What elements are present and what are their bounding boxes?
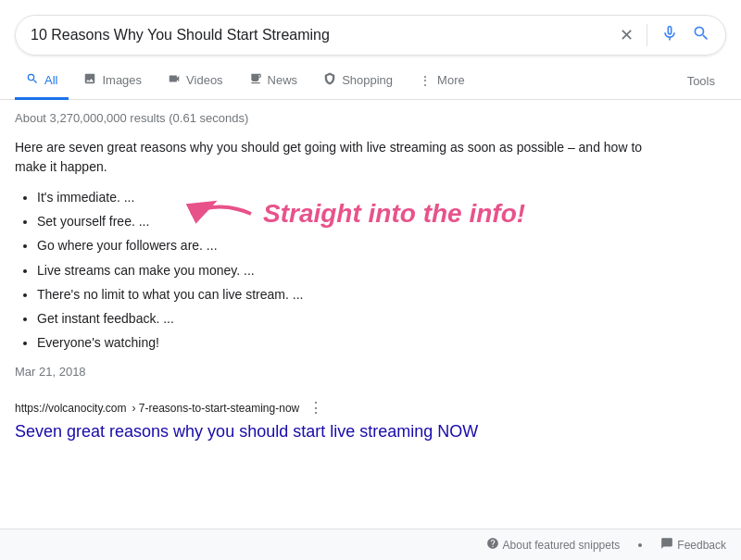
list-item: There's no limit to what you can live st… bbox=[37, 283, 303, 306]
annotation-text: Straight into the info! bbox=[263, 199, 525, 229]
arrow-icon bbox=[182, 195, 256, 232]
tools-label: Tools bbox=[687, 74, 715, 88]
nav-tabs: All Images Videos News Shopping ⋮ More T… bbox=[0, 56, 741, 100]
more-dots-icon: ⋮ bbox=[419, 73, 432, 88]
list-item: Go where your followers are. ... bbox=[37, 234, 303, 257]
tab-images-label: Images bbox=[102, 73, 142, 87]
search-icon bbox=[692, 26, 710, 46]
results-count: About 3,270,000,000 results (0.61 second… bbox=[0, 100, 741, 131]
tab-news[interactable]: News bbox=[238, 63, 309, 100]
clear-icon[interactable]: ✕ bbox=[620, 25, 634, 45]
tab-news-label: News bbox=[268, 73, 298, 87]
result-title[interactable]: Seven great reasons why you should start… bbox=[15, 422, 478, 441]
bottom-bar: About featured snippets Feedback bbox=[0, 529, 741, 560]
result-menu-icon[interactable]: ⋮ bbox=[308, 399, 323, 417]
feedback-icon bbox=[660, 537, 673, 553]
tab-shopping[interactable]: Shopping bbox=[312, 63, 404, 100]
tab-all-label: All bbox=[44, 73, 57, 87]
result-url-row: https://volcanocity.com › 7-reasons-to-s… bbox=[15, 399, 726, 417]
annotation-container: Straight into the info! bbox=[182, 195, 525, 232]
list-item: Live streams can make you money. ... bbox=[37, 259, 303, 282]
featured-snippets-label: About featured snippets bbox=[503, 539, 621, 552]
search-query: 10 Reasons Why You Should Start Streamin… bbox=[31, 27, 620, 44]
separator-dot bbox=[638, 543, 642, 547]
feedback-button[interactable]: Feedback bbox=[660, 537, 726, 553]
tab-more-label: More bbox=[437, 73, 465, 87]
tab-videos-label: Videos bbox=[186, 73, 223, 87]
tab-shopping-label: Shopping bbox=[342, 73, 393, 87]
feedback-label: Feedback bbox=[677, 539, 726, 552]
snippet-date: Mar 21, 2018 bbox=[15, 365, 671, 379]
all-icon bbox=[26, 72, 39, 88]
videos-icon bbox=[168, 72, 181, 88]
list-item: Get instant feedback. ... bbox=[37, 307, 303, 330]
tab-images[interactable]: Images bbox=[72, 63, 153, 100]
featured-snippet: Here are seven great reasons why you sho… bbox=[0, 131, 685, 390]
result-url: https://volcanocity.com bbox=[15, 402, 127, 415]
mic-icon[interactable] bbox=[660, 24, 679, 47]
tab-more[interactable]: ⋮ More bbox=[408, 64, 476, 100]
tools-button[interactable]: Tools bbox=[676, 65, 726, 97]
images-icon bbox=[83, 72, 96, 88]
search-button[interactable] bbox=[692, 24, 710, 47]
snippet-list-container: It's immediate. ... Set yourself free. .… bbox=[15, 186, 671, 355]
news-icon bbox=[249, 72, 262, 88]
search-bar-container: 10 Reasons Why You Should Start Streamin… bbox=[0, 0, 741, 56]
tab-all[interactable]: All bbox=[15, 63, 69, 100]
result-item: https://volcanocity.com › 7-reasons-to-s… bbox=[0, 390, 741, 451]
snippet-intro: Here are seven great reasons why you sho… bbox=[15, 138, 671, 177]
search-bar[interactable]: 10 Reasons Why You Should Start Streamin… bbox=[15, 15, 726, 56]
shopping-icon bbox=[323, 72, 336, 88]
list-item: Everyone's watching! bbox=[37, 331, 303, 355]
divider bbox=[647, 24, 647, 46]
result-breadcrumb: › 7-reasons-to-start-steaming-now bbox=[132, 402, 300, 415]
featured-snippets-help[interactable]: About featured snippets bbox=[486, 537, 621, 553]
tab-videos[interactable]: Videos bbox=[157, 63, 234, 100]
search-icons: ✕ bbox=[620, 24, 710, 47]
help-icon bbox=[486, 537, 499, 553]
